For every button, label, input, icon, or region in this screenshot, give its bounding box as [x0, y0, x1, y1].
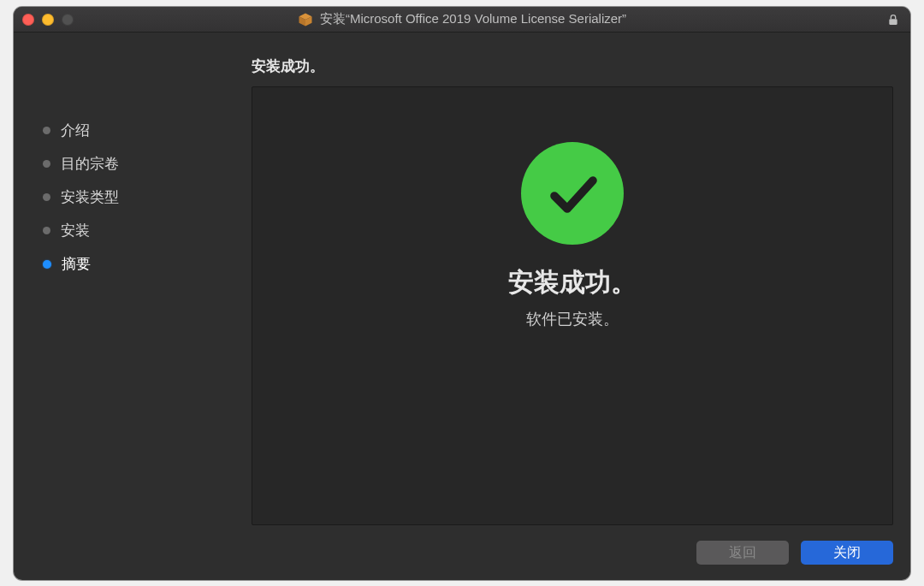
close-button[interactable]: 关闭 — [801, 541, 893, 565]
sidebar-item-destination: 目的宗卷 — [43, 154, 234, 174]
installer-window: 安装“Microsoft Office 2019 Volume License … — [14, 7, 910, 580]
bullet-icon — [43, 193, 50, 201]
back-button: 返回 — [696, 541, 789, 565]
zoom-window-button — [62, 14, 74, 26]
window-controls — [22, 14, 74, 26]
window-body: 安装成功。 介绍 目的宗卷 安装类型 安装 — [14, 33, 910, 580]
bullet-icon — [43, 260, 51, 269]
sidebar-item-type: 安装类型 — [43, 187, 234, 207]
svg-rect-0 — [889, 19, 897, 25]
bullet-icon — [43, 160, 50, 168]
sidebar-item-summary: 摘要 — [43, 254, 234, 274]
sidebar-item-intro: 介绍 — [43, 121, 234, 140]
sidebar-item-install: 安装 — [43, 221, 234, 240]
bullet-icon — [43, 127, 50, 134]
success-check-icon — [521, 142, 624, 245]
bullet-icon — [43, 227, 50, 234]
sidebar-item-label: 安装类型 — [61, 187, 119, 207]
titlebar-center: 安装“Microsoft Office 2019 Volume License … — [14, 11, 910, 27]
sidebar-item-label: 安装 — [61, 221, 90, 240]
sidebar-item-label: 介绍 — [61, 121, 90, 140]
footer-buttons: 返回 关闭 — [31, 525, 893, 565]
content-pane: 安装成功。 软件已安装。 — [252, 86, 893, 525]
sidebar-item-label: 摘要 — [62, 254, 91, 274]
success-subtitle: 软件已安装。 — [526, 309, 619, 329]
close-window-button[interactable] — [22, 14, 34, 26]
minimize-window-button[interactable] — [42, 14, 54, 26]
success-title: 安装成功。 — [508, 265, 637, 300]
sidebar-item-label: 目的宗卷 — [61, 154, 119, 174]
lock-icon[interactable] — [886, 13, 900, 27]
titlebar: 安装“Microsoft Office 2019 Volume License … — [14, 7, 910, 33]
window-title: 安装“Microsoft Office 2019 Volume License … — [320, 11, 626, 27]
page-heading: 安装成功。 — [252, 56, 893, 76]
step-sidebar: 介绍 目的宗卷 安装类型 安装 摘要 — [31, 86, 234, 525]
main-row: 介绍 目的宗卷 安装类型 安装 摘要 — [31, 86, 893, 525]
package-icon — [298, 12, 313, 27]
